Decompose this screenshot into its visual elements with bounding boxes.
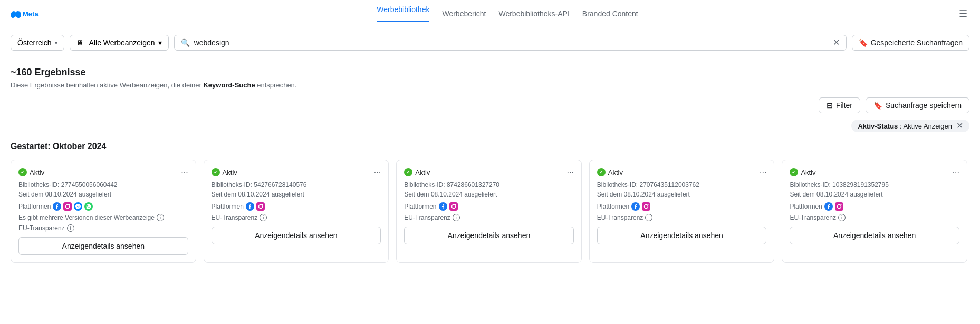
- card-menu-button[interactable]: ···: [374, 168, 381, 177]
- card-platforms: Plattformen: [404, 202, 574, 211]
- nav-link-api[interactable]: Werbebibliotheks-API: [498, 9, 569, 18]
- card-transparency: EU-Transparenz i: [212, 214, 381, 221]
- saved-searches-label: Gespeicherte Suchanfragen: [871, 38, 963, 47]
- library-id-value: 2774550056060442: [61, 181, 118, 189]
- transparency-info-icon[interactable]: i: [67, 224, 74, 232]
- svg-point-22: [840, 204, 841, 205]
- card-library-id: Bibliotheks-ID: 874286601327270: [404, 181, 574, 189]
- card-menu-button[interactable]: ···: [566, 168, 573, 177]
- nav-right: ☰: [957, 6, 969, 22]
- card-transparency: EU-Transparenz i: [597, 214, 767, 221]
- transparency-label: EU-Transparenz: [790, 214, 836, 221]
- status-active-icon: [18, 168, 27, 176]
- library-id-value: 27076435112003762: [640, 181, 699, 189]
- card-header: Aktiv ···: [597, 168, 767, 177]
- svg-point-5: [74, 202, 82, 211]
- card-platforms: Plattformen: [790, 202, 959, 211]
- platforms-label: Plattformen: [212, 203, 244, 210]
- svg-rect-8: [256, 202, 265, 211]
- ad-card: Aktiv ··· Bibliotheks-ID: 27745500560604…: [11, 160, 196, 263]
- ad-card: Aktiv ··· Bibliotheks-ID: 27076435112003…: [589, 160, 775, 263]
- results-desc-post: entsprechen.: [255, 81, 297, 89]
- note-info-icon[interactable]: i: [157, 214, 164, 221]
- fb-platform-icon: [824, 202, 833, 211]
- status-active-icon: [790, 168, 798, 176]
- hamburger-menu-button[interactable]: ☰: [957, 6, 969, 22]
- chip-close-button[interactable]: ✕: [955, 122, 964, 130]
- transparency-info-icon[interactable]: i: [260, 214, 267, 221]
- view-details-button[interactable]: Anzeigendetails ansehen: [404, 227, 574, 244]
- svg-text:Meta: Meta: [23, 10, 39, 18]
- transparency-label: EU-Transparenz: [18, 224, 65, 232]
- card-header: Aktiv ···: [18, 168, 188, 177]
- card-library-id: Bibliotheks-ID: 2774550056060442: [18, 181, 188, 189]
- ig-platform-icon: [63, 202, 72, 211]
- active-status-chip: Aktiv-Status : Aktive Anzeigen ✕: [851, 120, 969, 132]
- card-library-id: Bibliotheks-ID: 1038298191352795: [790, 181, 959, 189]
- results-count: ~160 Ergebnisse: [11, 67, 969, 78]
- nav-link-branded-content[interactable]: Branded Content: [582, 9, 638, 18]
- fb-platform-icon: [631, 202, 640, 211]
- results-description: Diese Ergebnisse beinhalten aktive Werbe…: [11, 81, 969, 89]
- ad-card: Aktiv ··· Bibliotheks-ID: 10382981913527…: [782, 160, 967, 263]
- chip-colon: :: [900, 122, 902, 130]
- ad-type-dropdown[interactable]: 🖥 Alle Werbeanzeigen ▾: [70, 35, 169, 51]
- card-menu-button[interactable]: ···: [181, 168, 188, 177]
- search-icon: 🔍: [181, 38, 190, 47]
- card-platforms: Plattformen: [212, 202, 381, 211]
- filter-actions-row: ⊟ Filter 🔖 Suchanfrage speichern: [0, 93, 980, 117]
- transparency-info-icon[interactable]: i: [453, 214, 460, 221]
- view-details-button[interactable]: Anzeigendetails ansehen: [790, 227, 959, 244]
- library-id-label: Bibliotheks-ID:: [212, 181, 252, 189]
- msg-platform-icon: [74, 202, 82, 211]
- nav-link-werbebibliothek[interactable]: Werbebibliothek: [377, 5, 429, 22]
- library-id-value: 542766728140576: [254, 181, 306, 189]
- card-menu-button[interactable]: ···: [760, 168, 766, 177]
- svg-rect-20: [835, 202, 843, 211]
- card-date: Seit dem 08.10.2024 ausgeliefert: [597, 191, 767, 198]
- card-transparency: EU-Transparenz i: [404, 214, 574, 221]
- nav-link-werbebericht[interactable]: Werbebericht: [442, 9, 486, 18]
- card-header: Aktiv ···: [212, 168, 381, 177]
- results-desc-keyword: Keyword-Suche: [203, 81, 255, 89]
- svg-rect-16: [642, 202, 650, 211]
- clear-search-button[interactable]: ✕: [833, 38, 840, 47]
- status-label: Aktiv: [223, 169, 237, 176]
- view-details-button[interactable]: Anzeigendetails ansehen: [597, 227, 767, 244]
- nav-left: Meta: [11, 8, 58, 19]
- library-id-label: Bibliotheks-ID:: [18, 181, 59, 189]
- save-search-button[interactable]: 🔖 Suchanfrage speichern: [866, 97, 969, 113]
- transparency-info-icon[interactable]: i: [645, 214, 652, 221]
- card-header: Aktiv ···: [404, 168, 574, 177]
- transparency-info-icon[interactable]: i: [838, 214, 846, 221]
- saved-searches-button[interactable]: 🔖 Gespeicherte Suchanfragen: [852, 35, 969, 51]
- svg-point-4: [69, 204, 70, 205]
- status-active-icon: [404, 168, 412, 176]
- library-id-value: 1038298191352795: [832, 181, 889, 189]
- status-label: Aktiv: [415, 169, 430, 176]
- filter-button[interactable]: ⊟ Filter: [819, 97, 860, 113]
- status-label: Aktiv: [801, 169, 815, 176]
- search-input[interactable]: [194, 38, 829, 47]
- view-details-button[interactable]: Anzeigendetails ansehen: [212, 227, 381, 244]
- platforms-label: Plattformen: [790, 203, 822, 210]
- card-menu-button[interactable]: ···: [953, 168, 959, 177]
- ad-card: Aktiv ··· Bibliotheks-ID: 87428660132727…: [396, 160, 582, 263]
- bookmark-icon: 🔖: [859, 38, 868, 47]
- ad-card: Aktiv ··· Bibliotheks-ID: 54276672814057…: [204, 160, 389, 263]
- ig-platform-icon: [449, 202, 458, 211]
- chip-label: Aktiv-Status : Aktive Anzeigen: [858, 122, 952, 130]
- view-details-button[interactable]: Anzeigendetails ansehen: [18, 237, 188, 255]
- country-dropdown[interactable]: Österreich ▾: [11, 35, 64, 51]
- monitor-icon: 🖥: [76, 38, 84, 47]
- card-transparency: EU-Transparenz i: [18, 224, 188, 232]
- country-chevron-icon: ▾: [55, 40, 57, 46]
- svg-point-10: [262, 204, 263, 205]
- card-date: Seit dem 08.10.2024 ausgeliefert: [212, 191, 381, 198]
- search-bar-section: Österreich ▾ 🖥 Alle Werbeanzeigen ▾ 🔍 ✕ …: [0, 27, 980, 58]
- library-id-value: 874286601327270: [447, 181, 499, 189]
- status-label: Aktiv: [30, 169, 44, 176]
- results-desc-pre: Diese Ergebnisse beinhalten aktive Werbe…: [11, 81, 203, 89]
- card-header: Aktiv ···: [790, 168, 959, 177]
- svg-rect-12: [449, 202, 458, 211]
